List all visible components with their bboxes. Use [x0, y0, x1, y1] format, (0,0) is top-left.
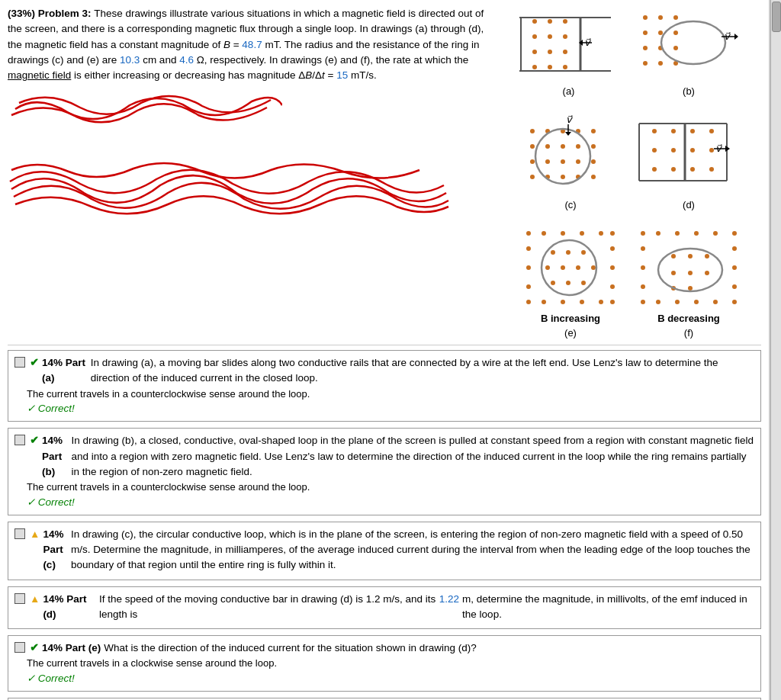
diagram-svg-e — [521, 226, 620, 310]
svg-point-81 — [561, 231, 565, 236]
svg-point-97 — [551, 250, 555, 255]
svg-point-62 — [709, 129, 714, 133]
part-e-description: What is the direction of the induced cur… — [104, 641, 477, 656]
checkbox-c[interactable] — [14, 528, 25, 539]
checkmark-b: ✔ — [30, 433, 39, 448]
svg-point-54 — [591, 175, 596, 179]
svg-point-20 — [658, 15, 663, 20]
diagram-row-ab: v⃗ (a) — [502, 6, 761, 97]
part-section-d: ▲ 14% Part (d) If the speed of the movin… — [8, 586, 761, 630]
resistance-value: 4.6 — [179, 54, 194, 66]
svg-point-89 — [526, 284, 531, 289]
diagram-box-a: v⃗ (a) — [519, 6, 619, 97]
part-d-length: 1.22 — [439, 592, 459, 607]
scribble-svg-c — [8, 155, 450, 223]
svg-point-25 — [643, 46, 648, 50]
diagram-box-f: B decreasing (f) — [635, 226, 742, 339]
svg-point-59 — [652, 129, 657, 133]
svg-point-128 — [705, 254, 709, 258]
part-compact-d: ▲ 14% Part (d) If the speed of the movin… — [14, 592, 754, 623]
svg-point-87 — [526, 265, 531, 270]
checkbox-a[interactable] — [14, 357, 25, 368]
diagram-svg-c: v⃗ — [521, 112, 620, 196]
svg-point-27 — [673, 46, 678, 50]
diagram-box-d: v⃗ (d) — [635, 112, 742, 210]
problem-text: (33%) Problem 3: These drawings illustra… — [8, 6, 494, 339]
delta-B-value: 15 — [336, 69, 348, 81]
f-caption: B decreasing — [657, 313, 720, 324]
svg-point-46 — [545, 159, 550, 164]
diagram-svg-f — [635, 226, 742, 310]
svg-point-48 — [576, 159, 580, 164]
B-value: 48.7 — [242, 39, 262, 50]
svg-point-117 — [732, 265, 737, 270]
part-label-a: 14% Part (a) — [42, 355, 88, 387]
diagram-label-f: (f) — [684, 327, 693, 339]
svg-point-28 — [643, 61, 648, 66]
svg-point-45 — [530, 159, 535, 164]
svg-point-67 — [652, 167, 657, 172]
svg-point-112 — [713, 231, 718, 236]
part-e-answer: The current travels in a clockwise sense… — [27, 656, 754, 671]
svg-point-52 — [561, 175, 565, 179]
svg-point-119 — [732, 284, 737, 289]
warning-icon-d: ▲ — [30, 592, 40, 607]
svg-point-11 — [563, 65, 567, 69]
svg-point-82 — [580, 231, 584, 236]
svg-point-108 — [641, 231, 645, 236]
checkbox-d[interactable] — [14, 593, 25, 604]
part-a-answer: The current travels in a counterclockwis… — [27, 387, 754, 402]
svg-point-85 — [526, 246, 531, 251]
problem-header: (33%) Problem 3: These drawings illustra… — [8, 6, 761, 339]
part-header-b: ✔ 14% Part (b) In drawing (b), a closed,… — [14, 433, 754, 480]
svg-point-91 — [526, 300, 531, 304]
svg-point-42 — [561, 144, 565, 149]
checkbox-b[interactable] — [14, 435, 25, 445]
part-section-b: ✔ 14% Part (b) In drawing (b), a closed,… — [8, 428, 761, 515]
svg-point-127 — [688, 254, 693, 258]
e-caption: B increasing — [541, 313, 600, 324]
svg-point-116 — [641, 265, 645, 270]
correct-icon-a: ✓ — [27, 403, 35, 414]
svg-point-6 — [532, 50, 537, 54]
divider-main — [8, 345, 761, 345]
svg-point-21 — [673, 15, 678, 20]
svg-point-19 — [643, 15, 648, 20]
diagram-label-d: (d) — [683, 199, 695, 210]
svg-point-109 — [656, 231, 660, 236]
svg-point-50 — [530, 175, 535, 179]
part-b-answer: The current travels in a counterclockwis… — [27, 480, 754, 495]
svg-point-44 — [591, 144, 596, 149]
part-section-e: ✔ 14% Part (e) What is the direction of … — [8, 635, 761, 692]
svg-point-39 — [591, 129, 596, 133]
svg-point-5 — [563, 34, 567, 39]
radius-value: 10.3 — [120, 54, 140, 66]
svg-point-120 — [641, 300, 645, 304]
svg-point-103 — [591, 265, 596, 270]
svg-point-113 — [732, 231, 737, 236]
svg-point-105 — [566, 281, 570, 285]
svg-point-66 — [709, 148, 714, 153]
svg-point-126 — [671, 254, 676, 258]
svg-point-10 — [548, 65, 552, 69]
checkbox-e[interactable] — [14, 642, 25, 653]
scribble-area-c — [8, 155, 494, 223]
svg-point-61 — [690, 129, 695, 133]
svg-point-40 — [530, 144, 535, 149]
delta-unit: mT/s. — [351, 69, 377, 81]
svg-point-96 — [610, 300, 615, 304]
scrollbar-thumb[interactable] — [772, 2, 781, 32]
diagram-box-e: B increasing (e) — [521, 226, 620, 339]
scrollbar[interactable] — [770, 0, 781, 700]
diagram-box-b: v⃗ (b) — [634, 6, 744, 97]
svg-point-106 — [581, 281, 586, 285]
svg-point-2 — [563, 19, 567, 24]
part-section-c: ▲ 14% Part (c) In drawing (c), the circu… — [8, 522, 761, 580]
svg-point-130 — [688, 271, 693, 275]
svg-point-102 — [576, 265, 580, 270]
svg-point-3 — [532, 34, 537, 39]
svg-point-22 — [643, 31, 648, 35]
svg-point-133 — [688, 286, 693, 291]
svg-point-86 — [610, 246, 615, 251]
svg-point-4 — [548, 34, 552, 39]
